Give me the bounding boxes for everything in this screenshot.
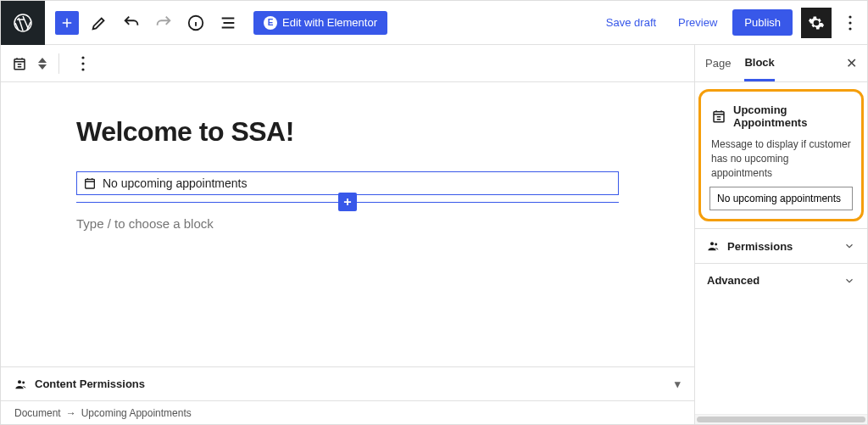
block-placeholder[interactable]: Type / to choose a block (76, 213, 619, 234)
field-label: Message to display if customer has no up… (709, 137, 853, 187)
more-options-button[interactable] (840, 8, 860, 38)
chevron-down-icon (843, 240, 855, 252)
page-title[interactable]: Welcome to SSA! (76, 116, 619, 148)
breadcrumb-leaf[interactable]: Upcoming Appointments (81, 407, 192, 419)
svg-point-14 (715, 243, 717, 246)
sidebar-scrollbar[interactable] (695, 414, 867, 424)
calendar-icon (711, 109, 726, 124)
tab-block[interactable]: Block (744, 46, 774, 81)
no-appointments-message-input[interactable] (709, 187, 853, 210)
permissions-label: Permissions (727, 240, 793, 253)
chevron-down-icon (843, 275, 855, 287)
svg-point-6 (81, 56, 84, 59)
edit-with-elementor-button[interactable]: E Edit with Elementor (253, 11, 387, 35)
people-icon (707, 239, 721, 253)
insert-block-button[interactable] (338, 193, 357, 211)
close-sidebar-button[interactable]: ✕ (846, 55, 857, 71)
advanced-label: Advanced (707, 274, 760, 287)
publish-button[interactable]: Publish (732, 9, 793, 36)
block-type-icon[interactable] (8, 52, 31, 75)
preview-button[interactable]: Preview (671, 11, 724, 34)
block-nav-arrows[interactable] (38, 58, 47, 70)
elementor-icon: E (264, 16, 277, 30)
svg-point-8 (81, 68, 84, 70)
svg-point-4 (849, 27, 851, 30)
upcoming-appointments-block[interactable]: No upcoming appointments (76, 171, 619, 195)
save-draft-button[interactable]: Save draft (599, 11, 663, 34)
add-block-button[interactable] (55, 11, 79, 35)
redo-button[interactable] (148, 8, 179, 38)
svg-point-2 (849, 15, 851, 18)
calendar-icon (82, 176, 97, 191)
svg-point-13 (710, 243, 714, 246)
breadcrumb-separator: → (66, 407, 76, 419)
block-message-text: No upcoming appointments (103, 176, 247, 190)
content-permissions-panel[interactable]: Content Permissions ▾ (1, 366, 694, 400)
block-options-button[interactable] (71, 52, 95, 75)
block-settings-panel: Upcoming Appointments Message to display… (698, 89, 864, 221)
advanced-accordion[interactable]: Advanced (695, 264, 867, 297)
svg-point-10 (18, 380, 21, 383)
outline-button[interactable] (213, 8, 243, 38)
svg-rect-9 (86, 179, 95, 188)
breadcrumb-root[interactable]: Document (14, 407, 61, 419)
svg-point-3 (849, 21, 851, 24)
settings-button[interactable] (801, 8, 832, 38)
svg-point-11 (22, 381, 25, 383)
undo-button[interactable] (116, 8, 147, 38)
info-button[interactable] (181, 8, 211, 38)
content-permissions-label: Content Permissions (35, 377, 145, 390)
people-icon (14, 377, 28, 391)
breadcrumb: Document → Upcoming Appointments (1, 400, 694, 424)
tab-page[interactable]: Page (705, 47, 731, 80)
caret-down-icon: ▾ (675, 377, 681, 390)
svg-point-7 (81, 62, 84, 64)
edit-mode-button[interactable] (84, 8, 114, 38)
block-settings-title: Upcoming Appointments (733, 103, 851, 129)
permissions-accordion[interactable]: Permissions (695, 229, 867, 263)
elementor-label: Edit with Elementor (282, 16, 377, 29)
wordpress-logo[interactable] (1, 1, 45, 45)
